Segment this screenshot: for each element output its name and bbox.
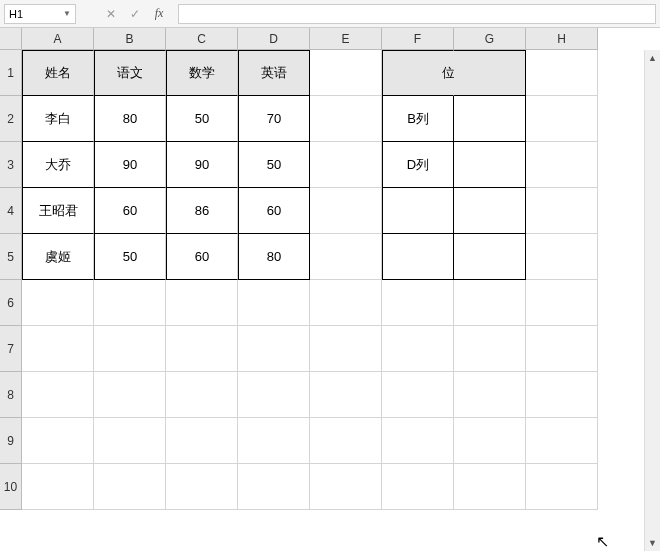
- cell-F9[interactable]: [382, 418, 454, 464]
- col-header-A[interactable]: A: [22, 28, 94, 50]
- col-header-G[interactable]: G: [454, 28, 526, 50]
- cell-G6[interactable]: [454, 280, 526, 326]
- cell-F7[interactable]: [382, 326, 454, 372]
- cell-C6[interactable]: [166, 280, 238, 326]
- col-header-E[interactable]: E: [310, 28, 382, 50]
- cell-B10[interactable]: [94, 464, 166, 510]
- col-header-B[interactable]: B: [94, 28, 166, 50]
- cell-A2[interactable]: 李白: [22, 96, 94, 142]
- cell-E4[interactable]: [310, 188, 382, 234]
- cell-D3[interactable]: 50: [238, 142, 310, 188]
- cell-H9[interactable]: [526, 418, 598, 464]
- cell-C3[interactable]: 90: [166, 142, 238, 188]
- cell-E6[interactable]: [310, 280, 382, 326]
- cell-E3[interactable]: [310, 142, 382, 188]
- cell-F5[interactable]: [382, 234, 454, 280]
- cell-H2[interactable]: [526, 96, 598, 142]
- cell-G2[interactable]: [454, 96, 526, 142]
- formula-bar[interactable]: [178, 4, 656, 24]
- cell-A9[interactable]: [22, 418, 94, 464]
- cell-F3[interactable]: D列: [382, 142, 454, 188]
- cell-D7[interactable]: [238, 326, 310, 372]
- cell-E7[interactable]: [310, 326, 382, 372]
- cell-E1[interactable]: [310, 50, 382, 96]
- cell-H3[interactable]: [526, 142, 598, 188]
- cell-H5[interactable]: [526, 234, 598, 280]
- cell-G9[interactable]: [454, 418, 526, 464]
- cell-G10[interactable]: [454, 464, 526, 510]
- cell-D4[interactable]: 60: [238, 188, 310, 234]
- cell-C2[interactable]: 50: [166, 96, 238, 142]
- cell-E9[interactable]: [310, 418, 382, 464]
- select-all-corner[interactable]: [0, 28, 22, 50]
- fx-icon[interactable]: fx: [148, 4, 170, 24]
- cell-A7[interactable]: [22, 326, 94, 372]
- cell-B1[interactable]: 语文: [94, 50, 166, 96]
- row-header-6[interactable]: 6: [0, 280, 22, 326]
- cell-B7[interactable]: [94, 326, 166, 372]
- col-header-F[interactable]: F: [382, 28, 454, 50]
- row-header-3[interactable]: 3: [0, 142, 22, 188]
- cell-A10[interactable]: [22, 464, 94, 510]
- row-header-5[interactable]: 5: [0, 234, 22, 280]
- cell-E5[interactable]: [310, 234, 382, 280]
- cell-D1[interactable]: 英语: [238, 50, 310, 96]
- cell-D2[interactable]: 70: [238, 96, 310, 142]
- scroll-up-icon[interactable]: ▲: [645, 50, 660, 66]
- row-header-8[interactable]: 8: [0, 372, 22, 418]
- cell-C9[interactable]: [166, 418, 238, 464]
- cell-G8[interactable]: [454, 372, 526, 418]
- cell-H6[interactable]: [526, 280, 598, 326]
- cell-C4[interactable]: 86: [166, 188, 238, 234]
- cell-B4[interactable]: 60: [94, 188, 166, 234]
- cell-H7[interactable]: [526, 326, 598, 372]
- cell-A4[interactable]: 王昭君: [22, 188, 94, 234]
- cell-A1[interactable]: 姓名: [22, 50, 94, 96]
- cell-F6[interactable]: [382, 280, 454, 326]
- cell-F4[interactable]: [382, 188, 454, 234]
- cell-G7[interactable]: [454, 326, 526, 372]
- row-header-2[interactable]: 2: [0, 96, 22, 142]
- scroll-down-icon[interactable]: ▼: [645, 535, 660, 551]
- cell-G1[interactable]: [454, 50, 526, 96]
- cell-F2[interactable]: B列: [382, 96, 454, 142]
- row-header-4[interactable]: 4: [0, 188, 22, 234]
- row-header-9[interactable]: 9: [0, 418, 22, 464]
- cell-F10[interactable]: [382, 464, 454, 510]
- cell-C10[interactable]: [166, 464, 238, 510]
- cell-G4[interactable]: [454, 188, 526, 234]
- cell-A3[interactable]: 大乔: [22, 142, 94, 188]
- cell-B8[interactable]: [94, 372, 166, 418]
- cell-D5[interactable]: 80: [238, 234, 310, 280]
- col-header-C[interactable]: C: [166, 28, 238, 50]
- cell-E2[interactable]: [310, 96, 382, 142]
- cell-B5[interactable]: 50: [94, 234, 166, 280]
- accept-icon[interactable]: ✓: [124, 4, 146, 24]
- cell-A8[interactable]: [22, 372, 94, 418]
- cell-B2[interactable]: 80: [94, 96, 166, 142]
- cell-A6[interactable]: [22, 280, 94, 326]
- vertical-scrollbar[interactable]: ▲ ▼: [644, 50, 660, 551]
- name-box[interactable]: H1 ▼: [4, 4, 76, 24]
- col-header-H[interactable]: H: [526, 28, 598, 50]
- row-header-1[interactable]: 1: [0, 50, 22, 96]
- row-header-10[interactable]: 10: [0, 464, 22, 510]
- cell-H1[interactable]: [526, 50, 598, 96]
- cell-F1[interactable]: 位置: [382, 50, 454, 96]
- cancel-icon[interactable]: ✕: [100, 4, 122, 24]
- cell-D6[interactable]: [238, 280, 310, 326]
- row-header-7[interactable]: 7: [0, 326, 22, 372]
- cell-F8[interactable]: [382, 372, 454, 418]
- cell-B3[interactable]: 90: [94, 142, 166, 188]
- cell-C5[interactable]: 60: [166, 234, 238, 280]
- cell-G5[interactable]: [454, 234, 526, 280]
- cell-H4[interactable]: [526, 188, 598, 234]
- cell-C7[interactable]: [166, 326, 238, 372]
- cell-E8[interactable]: [310, 372, 382, 418]
- cell-D8[interactable]: [238, 372, 310, 418]
- cell-D9[interactable]: [238, 418, 310, 464]
- cell-D10[interactable]: [238, 464, 310, 510]
- cell-C1[interactable]: 数学: [166, 50, 238, 96]
- cell-A5[interactable]: 虞姬: [22, 234, 94, 280]
- cell-H8[interactable]: [526, 372, 598, 418]
